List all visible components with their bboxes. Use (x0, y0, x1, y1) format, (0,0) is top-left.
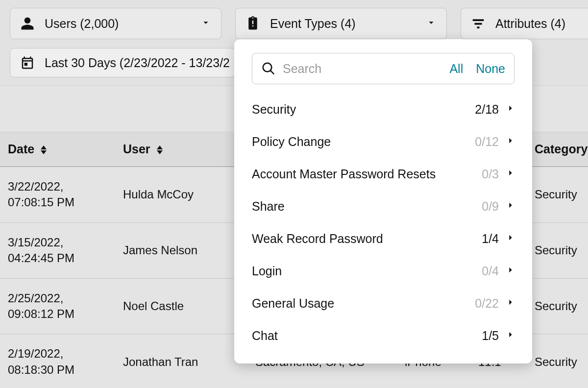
chevron-right-icon (507, 264, 514, 278)
dropdown-row-count: 0/22 (465, 296, 499, 311)
clipboard-alert-icon (245, 16, 260, 31)
dropdown-row[interactable]: Share0/9 (234, 190, 532, 222)
select-all-link[interactable]: All (449, 62, 463, 76)
dropdown-row[interactable]: Weak Record Password1/4 (234, 222, 532, 255)
chevron-right-icon (507, 135, 514, 149)
search-icon (261, 61, 276, 76)
dropdown-row-name: Share (252, 199, 465, 214)
caret-down-icon (200, 17, 211, 30)
cell-user: Jonathan Tran (115, 334, 247, 388)
date-range-label: Last 30 Days (2/23/2022 - 13/23/2 (45, 56, 230, 70)
dropdown-row-name: Login (252, 264, 465, 278)
select-none-link[interactable]: None (476, 62, 505, 76)
cell-user: James Nelson (115, 222, 247, 278)
chevron-right-icon (507, 167, 514, 181)
dropdown-row-name: Policy Change (252, 135, 465, 149)
dropdown-row-count: 2/18 (465, 102, 499, 117)
sort-icon (41, 146, 47, 154)
dropdown-row[interactable]: Account Master Password Resets0/3 (234, 158, 532, 190)
filter-list-icon (471, 16, 486, 31)
col-header-user[interactable]: User (115, 132, 247, 167)
dropdown-row-count: 1/4 (465, 232, 499, 246)
caret-down-icon (426, 17, 437, 30)
dropdown-row[interactable]: Security2/18 (234, 93, 532, 125)
event-types-filter-label: Event Types (4) (270, 17, 416, 31)
dropdown-row-name: General Usage (252, 296, 465, 311)
dropdown-row-count: 0/3 (465, 167, 499, 181)
cell-category: Security (527, 334, 588, 388)
chevron-right-icon (507, 232, 514, 246)
col-header-date[interactable]: Date (0, 132, 115, 167)
dropdown-row[interactable]: Chat1/5 (234, 319, 532, 352)
chevron-right-icon (507, 102, 514, 117)
dropdown-row-count: 0/4 (465, 264, 499, 278)
users-filter-label: Users (2,000) (45, 17, 191, 31)
cell-date: 2/25/2022, 09:08:12 PM (0, 278, 115, 334)
cell-category: Security (527, 278, 588, 334)
cell-user: Hulda McCoy (115, 167, 247, 222)
cell-user: Noel Castle (115, 278, 247, 334)
event-types-dropdown: All None Security2/18Policy Change0/12Ac… (234, 39, 532, 364)
dropdown-row-name: Account Master Password Resets (252, 167, 465, 181)
attributes-filter-label: Attributes (4) (495, 17, 588, 31)
cell-date: 2/19/2022, 08:18:30 PM (0, 334, 115, 388)
user-icon (20, 16, 35, 31)
cell-date: 3/22/2022, 07:08:15 PM (0, 167, 115, 222)
calendar-icon (20, 55, 35, 70)
cell-date: 3/15/2022, 04:24:45 PM (0, 222, 115, 278)
col-header-category[interactable]: Category (527, 132, 588, 167)
date-range-filter[interactable]: Last 30 Days (2/23/2022 - 13/23/2 (10, 48, 235, 77)
dropdown-row-name: Chat (252, 329, 465, 343)
dropdown-row-count: 1/5 (465, 329, 499, 343)
dropdown-search-input[interactable] (283, 62, 442, 76)
dropdown-search: All None (252, 53, 514, 84)
dropdown-row-count: 0/12 (465, 135, 499, 149)
sort-icon (157, 146, 163, 154)
dropdown-row[interactable]: General Usage0/22 (234, 287, 532, 319)
cell-category: Security (527, 167, 588, 222)
chevron-right-icon (507, 296, 514, 311)
chevron-right-icon (507, 199, 514, 214)
chevron-right-icon (507, 329, 514, 343)
dropdown-row-count: 0/9 (465, 199, 499, 214)
dropdown-row-name: Security (252, 102, 465, 117)
users-filter[interactable]: Users (2,000) (10, 8, 221, 39)
cell-category: Security (527, 222, 588, 278)
dropdown-row[interactable]: Policy Change0/12 (234, 125, 532, 158)
dropdown-row-name: Weak Record Password (252, 232, 465, 246)
attributes-filter[interactable]: Attributes (4) (461, 8, 588, 39)
dropdown-row[interactable]: Login0/4 (234, 255, 532, 287)
dropdown-quick-links: All None (449, 62, 505, 76)
filters-row: Users (2,000) Event Types (4) Attributes… (0, 0, 588, 39)
svg-rect-0 (24, 63, 27, 66)
dropdown-rows: Security2/18Policy Change0/12Account Mas… (234, 93, 532, 352)
event-types-filter[interactable]: Event Types (4) (235, 8, 447, 39)
